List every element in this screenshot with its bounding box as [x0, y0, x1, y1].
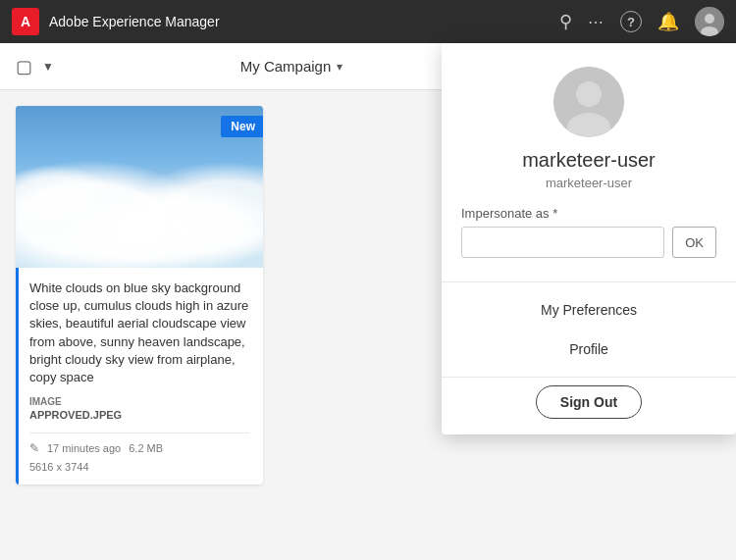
campaign-chevron-icon: ▾ — [337, 60, 342, 74]
card-filename: APPROVED.JPEG — [29, 409, 249, 421]
impersonate-input[interactable] — [461, 227, 664, 258]
ok-button[interactable]: OK — [672, 227, 716, 258]
card-meta: ✎ 17 minutes ago 6.2 MB — [29, 441, 249, 455]
pencil-icon: ✎ — [29, 441, 39, 455]
search-icon[interactable]: ⚲ — [559, 11, 572, 32]
asset-card[interactable]: New White clouds on blue sky background … — [16, 106, 263, 484]
help-icon[interactable]: ? — [620, 11, 642, 32]
header-right: ⚲ ⋯ ? 🔔 — [559, 7, 724, 36]
user-panel-avatar — [553, 67, 624, 137]
user-panel: marketeer-user marketeer-user Impersonat… — [442, 43, 736, 434]
app-title: Adobe Experience Manager — [49, 14, 220, 29]
campaign-selector[interactable]: My Campaign ▾ — [240, 58, 343, 75]
panel-divider-2 — [442, 377, 736, 378]
profile-item[interactable]: Profile — [442, 330, 736, 369]
apps-icon[interactable]: ⋯ — [588, 13, 605, 31]
card-type: IMAGE — [29, 396, 249, 407]
user-panel-username: marketeer-user — [522, 149, 656, 172]
adobe-logo: A — [12, 8, 39, 35]
card-modified: 17 minutes ago — [47, 442, 121, 454]
new-badge: New — [221, 116, 263, 137]
sign-out-button[interactable]: Sign Out — [536, 385, 642, 419]
impersonate-row: OK — [461, 227, 716, 258]
user-panel-email: marketeer-user — [546, 176, 632, 190]
svg-point-1 — [705, 14, 714, 24]
chevron-down-icon[interactable]: ▼ — [42, 60, 54, 74]
card-description: White clouds on blue sky background clos… — [29, 280, 249, 386]
user-panel-avatar-section: marketeer-user marketeer-user Impersonat… — [442, 43, 736, 274]
card-body: White clouds on blue sky background clos… — [16, 268, 263, 484]
impersonate-label: Impersonate as * — [461, 206, 716, 221]
sign-out-section: Sign Out — [442, 385, 736, 419]
campaign-name: My Campaign — [240, 58, 332, 75]
card-image: New — [16, 106, 263, 268]
panel-toggle-icon[interactable]: ▢ — [16, 56, 32, 77]
card-divider — [29, 433, 249, 433]
bell-icon[interactable]: 🔔 — [657, 11, 679, 32]
app-header: A Adobe Experience Manager ⚲ ⋯ ? 🔔 — [0, 0, 736, 43]
card-filesize: 6.2 MB — [129, 442, 163, 454]
card-dimensions: 5616 x 3744 — [29, 461, 249, 473]
my-preferences-item[interactable]: My Preferences — [442, 290, 736, 330]
svg-point-4 — [576, 81, 602, 107]
user-avatar-button[interactable] — [695, 7, 724, 36]
panel-divider-1 — [442, 281, 736, 282]
header-left: A Adobe Experience Manager — [12, 8, 220, 35]
